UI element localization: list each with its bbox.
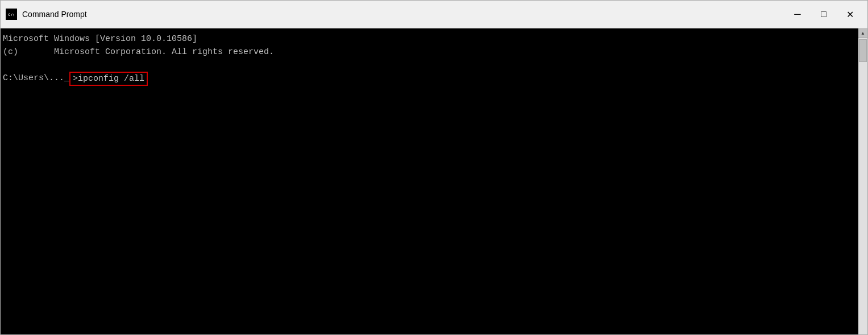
console-command-line: C:\Users\..._ >ipconfig /all — [3, 72, 865, 86]
console-output[interactable]: Microsoft Windows [Version 10.0.10586] (… — [1, 28, 867, 334]
scrollbar-thumb[interactable] — [859, 39, 867, 62]
title-bar: Command Prompt ─ □ ✕ — [1, 1, 867, 28]
window-controls: ─ □ ✕ — [784, 1, 863, 28]
minimize-button[interactable]: ─ — [784, 1, 811, 28]
console-line-1: Microsoft Windows [Version 10.0.10586] — [3, 33, 865, 46]
prompt-text: C:\Users\..._ — [3, 72, 69, 85]
app-icon — [5, 8, 18, 20]
command-highlighted: >ipconfig /all — [69, 72, 148, 86]
scrollbar[interactable]: ▲ — [858, 28, 867, 334]
maximize-button[interactable]: □ — [811, 1, 837, 28]
console-line-2: (c) Microsoft Corporation. All rights re… — [3, 46, 865, 59]
console-blank-line — [3, 59, 865, 72]
close-button[interactable]: ✕ — [837, 1, 863, 28]
cmd-window: Command Prompt ─ □ ✕ Microsoft Windows [… — [0, 0, 868, 335]
scrollbar-up-button[interactable]: ▲ — [858, 28, 867, 38]
window-title: Command Prompt — [22, 10, 784, 19]
cmd-icon — [6, 9, 17, 20]
